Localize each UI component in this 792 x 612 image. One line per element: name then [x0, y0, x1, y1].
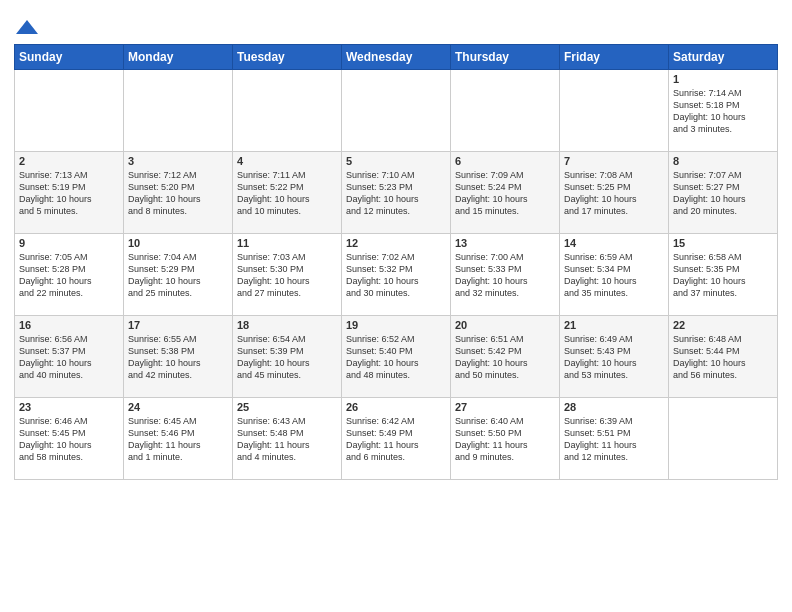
calendar-cell: 6Sunrise: 7:09 AM Sunset: 5:24 PM Daylig…: [451, 152, 560, 234]
day-info: Sunrise: 7:05 AM Sunset: 5:28 PM Dayligh…: [19, 251, 119, 300]
calendar-cell: 13Sunrise: 7:00 AM Sunset: 5:33 PM Dayli…: [451, 234, 560, 316]
day-number: 23: [19, 401, 119, 413]
day-number: 2: [19, 155, 119, 167]
weekday-header: Sunday: [15, 45, 124, 70]
day-number: 21: [564, 319, 664, 331]
calendar-week-row: 9Sunrise: 7:05 AM Sunset: 5:28 PM Daylig…: [15, 234, 778, 316]
day-info: Sunrise: 7:14 AM Sunset: 5:18 PM Dayligh…: [673, 87, 773, 136]
calendar-cell: 10Sunrise: 7:04 AM Sunset: 5:29 PM Dayli…: [124, 234, 233, 316]
calendar-cell: 23Sunrise: 6:46 AM Sunset: 5:45 PM Dayli…: [15, 398, 124, 480]
day-info: Sunrise: 6:46 AM Sunset: 5:45 PM Dayligh…: [19, 415, 119, 464]
weekday-header: Wednesday: [342, 45, 451, 70]
day-info: Sunrise: 6:42 AM Sunset: 5:49 PM Dayligh…: [346, 415, 446, 464]
day-info: Sunrise: 6:49 AM Sunset: 5:43 PM Dayligh…: [564, 333, 664, 382]
calendar-cell: 19Sunrise: 6:52 AM Sunset: 5:40 PM Dayli…: [342, 316, 451, 398]
day-number: 27: [455, 401, 555, 413]
day-number: 1: [673, 73, 773, 85]
day-info: Sunrise: 6:45 AM Sunset: 5:46 PM Dayligh…: [128, 415, 228, 464]
header: [14, 10, 778, 38]
weekday-header: Thursday: [451, 45, 560, 70]
day-info: Sunrise: 7:09 AM Sunset: 5:24 PM Dayligh…: [455, 169, 555, 218]
day-info: Sunrise: 7:03 AM Sunset: 5:30 PM Dayligh…: [237, 251, 337, 300]
weekday-header: Saturday: [669, 45, 778, 70]
day-number: 8: [673, 155, 773, 167]
day-info: Sunrise: 6:48 AM Sunset: 5:44 PM Dayligh…: [673, 333, 773, 382]
day-number: 7: [564, 155, 664, 167]
calendar-cell: [124, 70, 233, 152]
weekday-header: Monday: [124, 45, 233, 70]
calendar-cell: 17Sunrise: 6:55 AM Sunset: 5:38 PM Dayli…: [124, 316, 233, 398]
calendar-week-row: 16Sunrise: 6:56 AM Sunset: 5:37 PM Dayli…: [15, 316, 778, 398]
calendar-cell: 1Sunrise: 7:14 AM Sunset: 5:18 PM Daylig…: [669, 70, 778, 152]
day-number: 3: [128, 155, 228, 167]
day-info: Sunrise: 6:54 AM Sunset: 5:39 PM Dayligh…: [237, 333, 337, 382]
day-number: 16: [19, 319, 119, 331]
day-info: Sunrise: 7:02 AM Sunset: 5:32 PM Dayligh…: [346, 251, 446, 300]
logo-icon: [16, 16, 38, 38]
day-number: 25: [237, 401, 337, 413]
page: SundayMondayTuesdayWednesdayThursdayFrid…: [0, 0, 792, 612]
day-number: 24: [128, 401, 228, 413]
day-number: 5: [346, 155, 446, 167]
day-number: 10: [128, 237, 228, 249]
calendar-cell: 4Sunrise: 7:11 AM Sunset: 5:22 PM Daylig…: [233, 152, 342, 234]
day-info: Sunrise: 6:55 AM Sunset: 5:38 PM Dayligh…: [128, 333, 228, 382]
day-info: Sunrise: 7:13 AM Sunset: 5:19 PM Dayligh…: [19, 169, 119, 218]
calendar-week-row: 2Sunrise: 7:13 AM Sunset: 5:19 PM Daylig…: [15, 152, 778, 234]
day-number: 4: [237, 155, 337, 167]
day-number: 18: [237, 319, 337, 331]
day-info: Sunrise: 7:08 AM Sunset: 5:25 PM Dayligh…: [564, 169, 664, 218]
calendar-cell: [233, 70, 342, 152]
calendar-cell: 9Sunrise: 7:05 AM Sunset: 5:28 PM Daylig…: [15, 234, 124, 316]
calendar-cell: 15Sunrise: 6:58 AM Sunset: 5:35 PM Dayli…: [669, 234, 778, 316]
day-info: Sunrise: 6:51 AM Sunset: 5:42 PM Dayligh…: [455, 333, 555, 382]
day-number: 20: [455, 319, 555, 331]
calendar-cell: 2Sunrise: 7:13 AM Sunset: 5:19 PM Daylig…: [15, 152, 124, 234]
day-info: Sunrise: 6:58 AM Sunset: 5:35 PM Dayligh…: [673, 251, 773, 300]
calendar-week-row: 23Sunrise: 6:46 AM Sunset: 5:45 PM Dayli…: [15, 398, 778, 480]
day-number: 22: [673, 319, 773, 331]
calendar-cell: 3Sunrise: 7:12 AM Sunset: 5:20 PM Daylig…: [124, 152, 233, 234]
calendar-cell: 11Sunrise: 7:03 AM Sunset: 5:30 PM Dayli…: [233, 234, 342, 316]
weekday-header: Friday: [560, 45, 669, 70]
logo: [14, 14, 38, 38]
calendar-week-row: 1Sunrise: 7:14 AM Sunset: 5:18 PM Daylig…: [15, 70, 778, 152]
day-number: 28: [564, 401, 664, 413]
calendar-cell: 28Sunrise: 6:39 AM Sunset: 5:51 PM Dayli…: [560, 398, 669, 480]
day-number: 26: [346, 401, 446, 413]
day-number: 12: [346, 237, 446, 249]
calendar-table: SundayMondayTuesdayWednesdayThursdayFrid…: [14, 44, 778, 480]
calendar-cell: 25Sunrise: 6:43 AM Sunset: 5:48 PM Dayli…: [233, 398, 342, 480]
calendar-cell: 21Sunrise: 6:49 AM Sunset: 5:43 PM Dayli…: [560, 316, 669, 398]
day-info: Sunrise: 7:07 AM Sunset: 5:27 PM Dayligh…: [673, 169, 773, 218]
weekday-header: Tuesday: [233, 45, 342, 70]
calendar-cell: [560, 70, 669, 152]
day-number: 6: [455, 155, 555, 167]
calendar-cell: 27Sunrise: 6:40 AM Sunset: 5:50 PM Dayli…: [451, 398, 560, 480]
calendar-cell: [15, 70, 124, 152]
calendar-header-row: SundayMondayTuesdayWednesdayThursdayFrid…: [15, 45, 778, 70]
day-info: Sunrise: 6:52 AM Sunset: 5:40 PM Dayligh…: [346, 333, 446, 382]
day-info: Sunrise: 6:43 AM Sunset: 5:48 PM Dayligh…: [237, 415, 337, 464]
day-info: Sunrise: 7:04 AM Sunset: 5:29 PM Dayligh…: [128, 251, 228, 300]
calendar-cell: 16Sunrise: 6:56 AM Sunset: 5:37 PM Dayli…: [15, 316, 124, 398]
day-info: Sunrise: 6:56 AM Sunset: 5:37 PM Dayligh…: [19, 333, 119, 382]
calendar-cell: [451, 70, 560, 152]
day-info: Sunrise: 6:39 AM Sunset: 5:51 PM Dayligh…: [564, 415, 664, 464]
day-number: 13: [455, 237, 555, 249]
calendar-cell: 20Sunrise: 6:51 AM Sunset: 5:42 PM Dayli…: [451, 316, 560, 398]
day-number: 9: [19, 237, 119, 249]
day-number: 19: [346, 319, 446, 331]
calendar-cell: 12Sunrise: 7:02 AM Sunset: 5:32 PM Dayli…: [342, 234, 451, 316]
calendar-cell: 26Sunrise: 6:42 AM Sunset: 5:49 PM Dayli…: [342, 398, 451, 480]
day-info: Sunrise: 6:59 AM Sunset: 5:34 PM Dayligh…: [564, 251, 664, 300]
svg-marker-0: [16, 20, 38, 34]
day-info: Sunrise: 6:40 AM Sunset: 5:50 PM Dayligh…: [455, 415, 555, 464]
calendar-cell: 8Sunrise: 7:07 AM Sunset: 5:27 PM Daylig…: [669, 152, 778, 234]
day-number: 17: [128, 319, 228, 331]
calendar-cell: [669, 398, 778, 480]
day-info: Sunrise: 7:00 AM Sunset: 5:33 PM Dayligh…: [455, 251, 555, 300]
day-info: Sunrise: 7:10 AM Sunset: 5:23 PM Dayligh…: [346, 169, 446, 218]
day-info: Sunrise: 7:12 AM Sunset: 5:20 PM Dayligh…: [128, 169, 228, 218]
calendar-cell: 14Sunrise: 6:59 AM Sunset: 5:34 PM Dayli…: [560, 234, 669, 316]
